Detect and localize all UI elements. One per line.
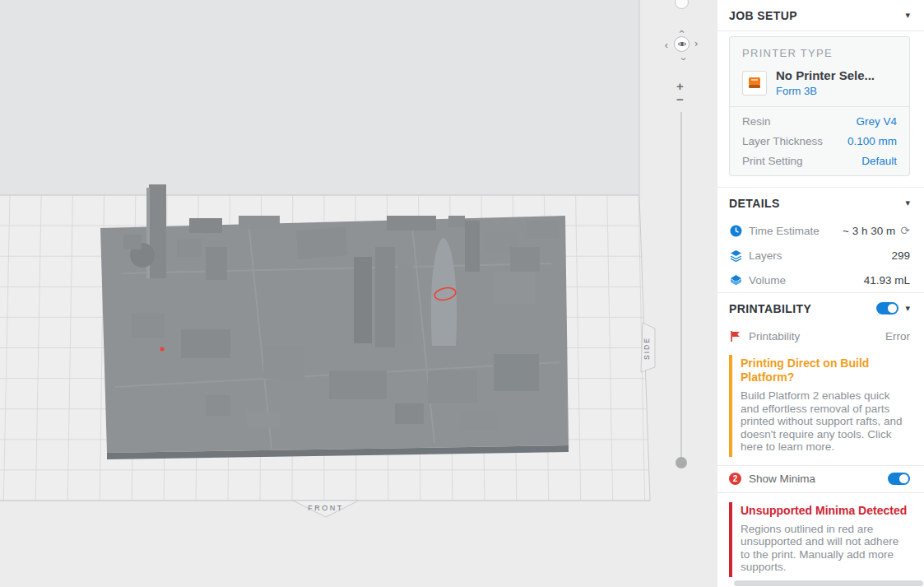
- zoom-slider-track[interactable]: [680, 112, 682, 458]
- printability-row: Printability Error: [717, 324, 924, 348]
- volume-row: Volume 41.93 mL: [717, 268, 924, 292]
- printability-title: PRINTABILITY: [729, 302, 811, 315]
- tip-title: Printing Direct on Build Platform?: [741, 356, 910, 384]
- alert-body-text: Regions outlined in red are unsupported …: [741, 523, 910, 574]
- printability-value: Error: [885, 330, 910, 342]
- printer-model-link[interactable]: Form 3B: [776, 85, 875, 97]
- printability-toggle[interactable]: [876, 302, 898, 314]
- print-setting-row: Print Setting Default: [742, 151, 897, 170]
- chevron-right-icon: ‹: [694, 40, 698, 50]
- time-estimate-label: Time Estimate: [749, 225, 843, 237]
- volume-value: 41.93 mL: [864, 274, 910, 287]
- job-setup-title: JOB SETUP: [729, 9, 797, 22]
- printer-card[interactable]: PRINTER TYPE No Printer Sele... Form 3B …: [729, 36, 910, 176]
- section-header-printability[interactable]: PRINTABILITY ▾: [717, 292, 924, 324]
- alert-title: Unsupported Minima Detected: [741, 504, 910, 518]
- layers-row: Layers 299: [717, 243, 924, 268]
- volume-label: Volume: [749, 274, 864, 287]
- view-home-button[interactable]: [674, 36, 690, 52]
- layers-value: 299: [891, 249, 910, 262]
- printability-label: Printability: [749, 330, 885, 342]
- job-setup-panel: JOB SETUP ▾ PRINTER TYPE No Printer Sele…: [717, 0, 924, 587]
- print-setting-value[interactable]: Default: [861, 155, 897, 167]
- layer-thickness-label: Layer Thickness: [742, 135, 823, 147]
- show-minima-row: 2 Show Minima: [717, 465, 924, 493]
- layers-icon: [729, 249, 742, 262]
- caret-down-icon: ▾: [905, 303, 910, 314]
- refresh-icon[interactable]: ⟳: [900, 224, 910, 237]
- clock-icon: [729, 225, 742, 237]
- rotate-left-button[interactable]: ‹: [661, 39, 672, 50]
- caret-down-icon: ▾: [905, 10, 910, 21]
- chevron-down-icon: ‹: [677, 57, 688, 60]
- side-label: SIDE: [643, 337, 651, 360]
- section-header-details[interactable]: DETAILS ▾: [717, 187, 924, 218]
- layer-thickness-value[interactable]: 0.100 mm: [847, 135, 897, 147]
- rotate-right-button[interactable]: ‹: [690, 39, 702, 50]
- show-minima-label: Show Minima: [749, 473, 815, 485]
- printer-name: No Printer Sele...: [776, 68, 875, 82]
- printer-icon: [742, 71, 767, 96]
- volume-icon: [729, 274, 742, 287]
- build-volume-backwall: [0, 0, 639, 195]
- build-platform-scene: SIDE: [0, 0, 717, 587]
- resin-label: Resin: [742, 115, 771, 128]
- horizontal-scrollbar[interactable]: [734, 580, 923, 586]
- details-title: DETAILS: [729, 197, 780, 210]
- time-estimate-value: ~ 3 h 30 m: [843, 225, 895, 237]
- zoom-out-button[interactable]: −: [676, 93, 684, 105]
- viewport-3d[interactable]: SIDE: [0, 0, 717, 587]
- show-minima-toggle[interactable]: [888, 473, 910, 485]
- chevron-up-icon: ‹: [677, 30, 688, 33]
- unsupported-minima-dot: [160, 347, 165, 352]
- layer-thickness-row: Layer Thickness 0.100 mm: [742, 131, 897, 151]
- rotate-up-button[interactable]: ‹: [676, 26, 688, 37]
- zoom-in-button[interactable]: +: [676, 80, 684, 92]
- print-setting-label: Print Setting: [742, 155, 803, 167]
- section-header-job-setup[interactable]: JOB SETUP ▾: [717, 0, 924, 31]
- zoom-slider-handle[interactable]: [676, 457, 687, 468]
- minima-alert: Unsupported Minima Detected Regions outl…: [729, 502, 910, 577]
- front-label: FRONT: [308, 504, 344, 512]
- time-estimate-row: Time Estimate ~ 3 h 30 m ⟳: [717, 218, 924, 243]
- resin-value[interactable]: Grey V4: [856, 115, 897, 128]
- rotate-down-button[interactable]: ‹: [676, 53, 688, 64]
- build-platform-tip: Printing Direct on Build Platform? Build…: [729, 355, 910, 457]
- resin-row: Resin Grey V4: [742, 111, 897, 131]
- preform-app: SIDE: [0, 0, 924, 587]
- printer-type-label: PRINTER TYPE: [742, 47, 897, 59]
- layers-label: Layers: [749, 249, 891, 262]
- chevron-left-icon: ‹: [665, 40, 668, 50]
- minima-count-badge: 2: [729, 473, 741, 485]
- caret-down-icon: ▾: [905, 198, 910, 208]
- flag-icon: [729, 330, 742, 342]
- card-divider: [730, 106, 909, 107]
- eye-icon: [677, 40, 687, 48]
